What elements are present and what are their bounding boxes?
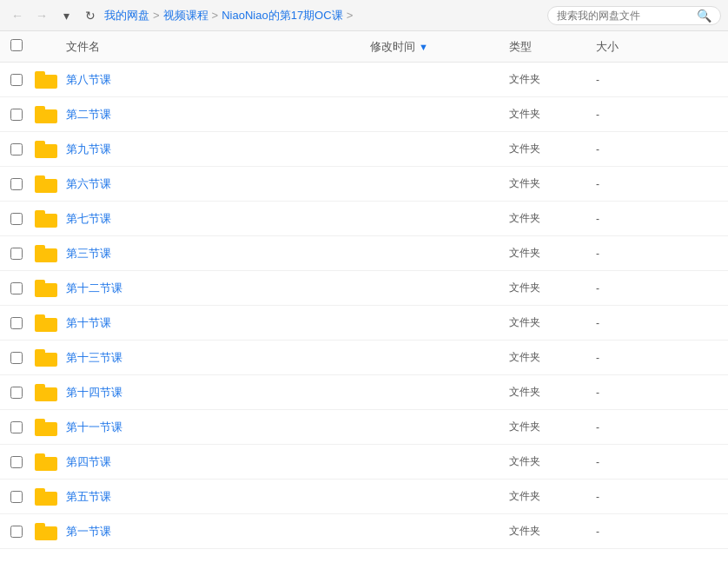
row-name-cell: 第六节课 [66, 176, 370, 192]
table-row[interactable]: 第八节课 文件夹 - [0, 63, 728, 97]
row-checkbox[interactable] [10, 456, 23, 468]
table-row[interactable]: 第十节课 文件夹 - [0, 306, 728, 341]
table-row[interactable]: 第五节课 文件夹 - [0, 480, 728, 514]
row-name-link[interactable]: 第七节课 [66, 212, 111, 225]
row-name-link[interactable]: 第六节课 [66, 177, 111, 190]
row-checkbox[interactable] [10, 109, 23, 121]
row-name-link[interactable]: 第十节课 [66, 316, 111, 329]
row-size: - [596, 143, 665, 155]
table-row[interactable]: 第三节课 文件夹 - [0, 236, 728, 271]
table-row[interactable]: 第二节课 文件夹 - [0, 97, 728, 132]
row-type: 文件夹 [509, 211, 596, 226]
table-row[interactable]: 第十二节课 文件夹 - [0, 271, 728, 306]
row-checkbox[interactable] [10, 178, 23, 190]
row-check-cell [10, 213, 35, 225]
header-size: 大小 [596, 39, 665, 55]
search-input[interactable] [557, 10, 692, 22]
row-icon-cell [35, 245, 66, 262]
forward-button[interactable]: → [31, 5, 52, 26]
row-name-cell: 第五节课 [66, 489, 370, 505]
row-name-link[interactable]: 第一节课 [66, 525, 111, 538]
folder-icon [35, 280, 57, 297]
row-size: - [596, 387, 665, 399]
breadcrumb-item-video[interactable]: 视频课程 [163, 8, 208, 23]
row-checkbox[interactable] [10, 387, 23, 399]
row-name-link[interactable]: 第八节课 [66, 73, 111, 86]
select-all-checkbox[interactable] [10, 39, 23, 51]
row-checkbox[interactable] [10, 74, 23, 86]
back-button[interactable]: ← [7, 5, 28, 26]
row-name-cell: 第九节课 [66, 142, 370, 157]
folder-icon [35, 175, 57, 193]
row-name-link[interactable]: 第十一节课 [66, 420, 122, 433]
row-checkbox[interactable] [10, 143, 23, 155]
table-row[interactable]: 第四节课 文件夹 - [0, 445, 728, 480]
row-name-link[interactable]: 第十三节课 [66, 351, 122, 364]
row-icon-cell [35, 523, 66, 540]
row-name-link[interactable]: 第二节课 [66, 108, 111, 121]
row-name-link[interactable]: 第十二节课 [66, 281, 122, 294]
breadcrumb-item-mycloud[interactable]: 我的网盘 [104, 8, 149, 23]
row-icon-cell [35, 453, 66, 471]
header-mtime[interactable]: 修改时间 ▼ [370, 39, 509, 55]
row-icon-cell [35, 488, 66, 506]
row-checkbox[interactable] [10, 282, 23, 294]
row-checkbox[interactable] [10, 526, 23, 538]
row-check-cell [10, 248, 35, 260]
breadcrumb-sep-1: > [153, 9, 160, 22]
row-check-cell [10, 74, 35, 86]
row-type: 文件夹 [509, 385, 596, 400]
row-type: 文件夹 [509, 420, 596, 434]
row-name-link[interactable]: 第十四节课 [66, 386, 122, 399]
header-name: 文件名 [66, 39, 370, 55]
row-checkbox[interactable] [10, 352, 23, 364]
table-row[interactable]: 第六节课 文件夹 - [0, 167, 728, 202]
refresh-button[interactable]: ↻ [80, 5, 101, 26]
row-checkbox[interactable] [10, 421, 23, 433]
row-checkbox[interactable] [10, 491, 23, 503]
search-icon[interactable]: 🔍 [697, 9, 711, 23]
row-name-cell: 第四节课 [66, 454, 370, 470]
header-mtime-label: 修改时间 [370, 39, 415, 55]
breadcrumb: 我的网盘 > 视频课程 > NiaoNiao的第17期OC课 > [104, 8, 544, 23]
table-row[interactable]: 第十一节课 文件夹 - [0, 410, 728, 445]
table-row[interactable]: 第七节课 文件夹 - [0, 202, 728, 236]
search-box[interactable]: 🔍 [547, 6, 721, 25]
table-row[interactable]: 第十三节课 文件夹 - [0, 341, 728, 375]
row-name-link[interactable]: 第四节课 [66, 455, 111, 468]
row-name-link[interactable]: 第五节课 [66, 490, 111, 503]
row-type: 文件夹 [509, 524, 596, 539]
row-icon-cell [35, 106, 66, 123]
row-size: - [596, 282, 665, 294]
row-name-cell: 第七节课 [66, 211, 370, 227]
table-row[interactable]: 第一节课 文件夹 - [0, 514, 728, 549]
breadcrumb-sep-2: > [212, 9, 219, 22]
row-name-link[interactable]: 第三节课 [66, 247, 111, 260]
row-name-cell: 第十节课 [66, 315, 370, 331]
row-checkbox[interactable] [10, 213, 23, 225]
row-size: - [596, 317, 665, 329]
row-checkbox[interactable] [10, 317, 23, 329]
folder-icon [35, 141, 57, 158]
row-name-link[interactable]: 第九节课 [66, 142, 111, 155]
folder-icon [35, 523, 57, 540]
row-type: 文件夹 [509, 176, 596, 191]
row-icon-cell [35, 175, 66, 193]
row-type: 文件夹 [509, 454, 596, 469]
row-size: - [596, 178, 665, 190]
row-name-cell: 第一节课 [66, 524, 370, 539]
folder-icon [35, 106, 57, 123]
row-size: - [596, 74, 665, 86]
row-icon-cell [35, 349, 66, 367]
row-checkbox[interactable] [10, 248, 23, 260]
row-size: - [596, 526, 665, 538]
breadcrumb-sep-3: > [347, 9, 354, 22]
folder-icon [35, 210, 57, 228]
breadcrumb-item-course[interactable]: NiaoNiao的第17期OC课 [222, 8, 342, 23]
table-row[interactable]: 第十四节课 文件夹 - [0, 375, 728, 410]
table-row[interactable]: 第九节课 文件夹 - [0, 132, 728, 167]
dropdown-button[interactable]: ▾ [56, 5, 76, 26]
folder-icon [35, 71, 57, 89]
row-icon-cell [35, 280, 66, 297]
row-icon-cell [35, 210, 66, 228]
